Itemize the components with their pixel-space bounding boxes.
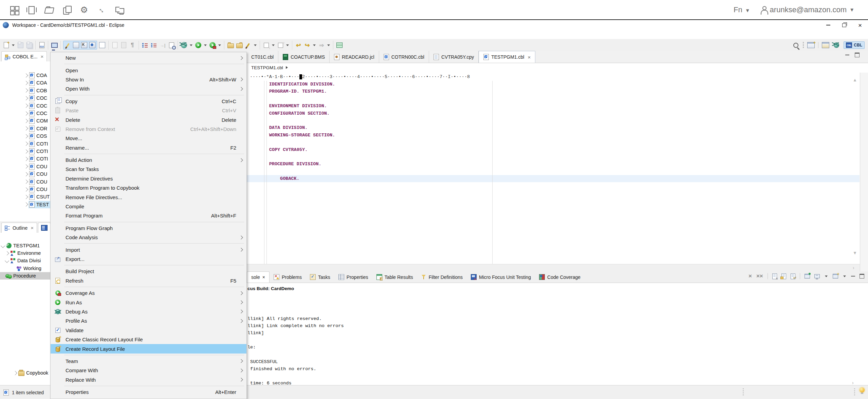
menu-bar-item[interactable]: [7, 30, 15, 39]
code-line[interactable]: [247, 168, 860, 175]
chevron-right-icon[interactable]: [24, 195, 28, 199]
context-menu-item[interactable]: Create Record Layout File: [51, 344, 246, 353]
chevron-right-icon[interactable]: [24, 119, 28, 123]
context-menu-item[interactable]: Code Analysis: [51, 233, 246, 242]
open-console-icon[interactable]: [833, 274, 838, 279]
debug-perspective-icon[interactable]: [833, 41, 840, 49]
scroll-down-icon[interactable]: ▼: [853, 250, 857, 255]
chevron-right-icon[interactable]: [24, 88, 28, 93]
numbered-list-alt-icon[interactable]: [150, 41, 158, 49]
chevron-icon[interactable]: [5, 259, 9, 263]
settings-gear-icon[interactable]: ⚙: [80, 5, 89, 14]
import-folder-icon[interactable]: [236, 41, 243, 49]
code-line[interactable]: ENVIRONMENT DIVISION.: [247, 102, 860, 110]
breadcrumb-expand-icon[interactable]: [286, 66, 288, 69]
display-console-dropdown-icon[interactable]: [825, 276, 828, 277]
chevron-right-icon[interactable]: [24, 179, 28, 184]
last-edit-icon[interactable]: ⇒: [318, 41, 325, 49]
next-annotation-icon[interactable]: ↓: [262, 41, 270, 49]
context-menu-item[interactable]: Move...: [51, 134, 246, 143]
open-console-dropdown-icon[interactable]: [843, 276, 846, 277]
close-button[interactable]: ×: [852, 20, 868, 30]
context-menu-item[interactable]: Remove from Context Ctrl+Alt+Shift+Down: [51, 125, 246, 134]
console-tab[interactable]: Problems ×: [270, 271, 306, 283]
next-annotation-dropdown-icon[interactable]: [272, 44, 275, 46]
word-wrap-icon[interactable]: [791, 273, 795, 279]
context-menu-item[interactable]: Run As: [51, 298, 246, 307]
cbl-perspective-button[interactable]: CBL CBL: [844, 41, 865, 49]
chevron-right-icon[interactable]: [24, 96, 28, 100]
clear-console-icon[interactable]: [772, 273, 777, 279]
marker-pen-icon[interactable]: [64, 41, 72, 49]
code-line[interactable]: [247, 117, 860, 124]
prev-annotation-dropdown-icon[interactable]: [286, 44, 289, 46]
open-table-icon[interactable]: [336, 41, 343, 49]
sync-editor-icon[interactable]: [111, 41, 118, 49]
terminate-icon[interactable]: ×: [749, 273, 752, 280]
apps-grid-icon[interactable]: [10, 5, 18, 14]
tips-lightbulb-icon[interactable]: [860, 387, 865, 393]
context-menu-item[interactable]: Open: [51, 65, 246, 75]
chevron-right-icon[interactable]: [24, 134, 28, 138]
horizontal-scrollbar[interactable]: [247, 264, 860, 272]
context-menu-item[interactable]: Validate: [51, 326, 246, 335]
context-menu-item[interactable]: Paste Ctrl+V: [51, 106, 246, 115]
editor-tab[interactable]: CT01C.cbl ×: [247, 51, 278, 63]
debug-attach-icon[interactable]: [180, 41, 188, 49]
menu-bar-item[interactable]: [52, 30, 60, 39]
context-menu-item[interactable]: Import: [51, 245, 246, 254]
debug-dropdown-icon[interactable]: [190, 44, 192, 46]
display-console-icon[interactable]: [814, 274, 820, 278]
view-doc-icon[interactable]: [120, 41, 127, 49]
program-view-icon[interactable]: [89, 41, 96, 49]
console-tab[interactable]: Tasks ×: [306, 271, 334, 283]
coverage-run-icon[interactable]: [209, 41, 216, 49]
console-tab[interactable]: Table Results ×: [372, 271, 417, 283]
menu-bar-item[interactable]: [37, 30, 45, 39]
context-menu-item[interactable]: Open With: [51, 84, 246, 93]
coverage-dropdown-icon[interactable]: [218, 44, 221, 46]
chevron-right-icon[interactable]: [24, 81, 28, 85]
tab-outline[interactable]: Outline ×: [1, 223, 37, 233]
toolbar-drag-handle[interactable]: [803, 42, 804, 48]
window-tool-icon[interactable]: [98, 41, 106, 49]
maximize-console-icon[interactable]: [860, 274, 864, 279]
context-menu-item[interactable]: Determine Directives: [51, 174, 246, 183]
editor-tab[interactable]: READCARD.jcl ×: [330, 51, 379, 63]
chevron-right-icon[interactable]: [24, 73, 28, 78]
close-icon[interactable]: ×: [262, 274, 265, 280]
overview-ruler[interactable]: [860, 73, 868, 271]
team-perspective-icon[interactable]: [822, 41, 829, 49]
chevron-right-icon[interactable]: [24, 149, 28, 154]
close-icon[interactable]: ×: [40, 54, 43, 59]
chevron-right-icon[interactable]: [24, 202, 28, 207]
scroll-up-icon[interactable]: ▲: [853, 77, 857, 82]
code-line[interactable]: CONFIGURATION SECTION.: [247, 110, 860, 117]
context-menu-item[interactable]: Compare With: [51, 366, 246, 375]
run-icon[interactable]: [195, 41, 202, 49]
console-tab[interactable]: Code Coverage ×: [535, 271, 585, 283]
chevron-right-icon[interactable]: [24, 111, 28, 116]
context-menu-item[interactable]: Profile As: [51, 316, 246, 325]
menu-bar-item[interactable]: [0, 30, 7, 39]
data-file-tool-icon[interactable]: 010: [38, 41, 45, 49]
console-tab[interactable]: Properties ×: [334, 271, 372, 283]
directives-gear-icon[interactable]: [80, 41, 88, 49]
forward-dropdown-icon[interactable]: [313, 44, 316, 46]
chevron-icon[interactable]: [1, 244, 5, 248]
numbered-list-icon[interactable]: [141, 41, 149, 49]
run-dropdown-icon[interactable]: [204, 44, 207, 46]
context-menu-item[interactable]: New: [51, 53, 246, 62]
code-line[interactable]: GOBACK.: [247, 175, 860, 182]
code-line[interactable]: DATA DIVISION.: [247, 124, 860, 131]
editor-tab[interactable]: COACTUP.BMS ×: [278, 51, 330, 63]
context-menu-item[interactable]: Build Project: [51, 267, 246, 276]
context-menu-item[interactable]: Transform Program to Copybook: [51, 183, 246, 192]
code-line[interactable]: WORKING-STORAGE SECTION.: [247, 132, 860, 139]
code-line[interactable]: IDENTIFICATION DIVISION.: [247, 81, 860, 88]
context-menu-item[interactable]: Replace With: [51, 375, 246, 384]
console-tab[interactable]: Filter Definitions ×: [417, 271, 467, 283]
tab-secondary-view[interactable]: [38, 223, 51, 233]
brush-dropdown-icon[interactable]: [254, 44, 257, 46]
back-history-icon[interactable]: ↩: [295, 41, 302, 49]
